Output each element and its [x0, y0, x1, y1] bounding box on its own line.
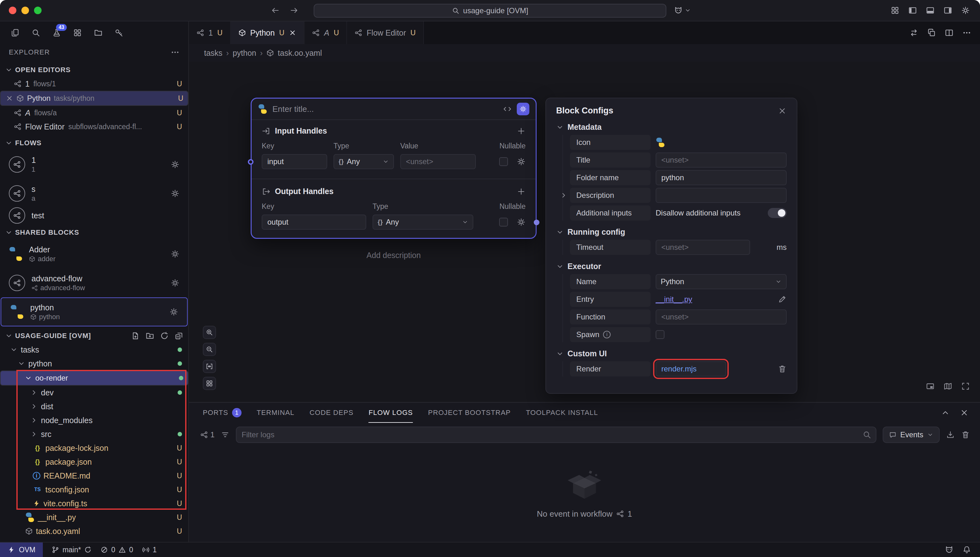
picture-in-picture-icon[interactable] — [926, 382, 934, 391]
more-actions-icon[interactable] — [962, 28, 971, 37]
workspace-header[interactable]: USAGE-GUIDE [OVM] — [0, 329, 189, 343]
add-output-handle-icon[interactable] — [517, 187, 526, 196]
panel-tab-terminal[interactable]: TERMINAL — [257, 402, 294, 423]
collapse-all-icon[interactable] — [174, 331, 183, 340]
description-field[interactable] — [656, 188, 787, 203]
panel-tab-toolpack-install[interactable]: TOOLPACK INSTALL — [526, 402, 598, 423]
python-icon[interactable] — [656, 138, 665, 147]
problems-status[interactable]: 0 0 — [101, 546, 133, 554]
close-window-button[interactable] — [9, 7, 16, 14]
close-icon[interactable] — [6, 94, 13, 102]
flows-header[interactable]: FLOWS — [0, 136, 189, 150]
minimize-window-button[interactable] — [21, 7, 29, 14]
output-type-select[interactable]: {} Any — [372, 215, 473, 230]
maximize-window-button[interactable] — [34, 7, 42, 14]
nullable-checkbox[interactable] — [499, 218, 508, 226]
tab-flow-editor[interactable]: Flow Editor U — [347, 21, 424, 44]
tree-item-oo-render[interactable]: oo-render — [0, 370, 189, 386]
tree-item-dist[interactable]: dist — [0, 399, 189, 413]
block-settings-gear-icon[interactable] — [171, 249, 179, 258]
panel-tab-code-deps[interactable]: CODE DEPS — [310, 402, 353, 423]
flask-icon[interactable]: 43 — [50, 26, 63, 39]
toggle-sidebar-icon[interactable] — [908, 6, 917, 15]
tree-item-readme[interactable]: README.md U — [0, 469, 189, 483]
new-file-icon[interactable] — [131, 331, 140, 340]
compare-icon[interactable] — [910, 28, 918, 37]
zoom-in-icon[interactable] — [203, 326, 216, 339]
export-logs-icon[interactable] — [946, 430, 955, 439]
function-field[interactable] — [656, 309, 787, 324]
close-panel-icon[interactable] — [960, 408, 969, 417]
close-tab-icon[interactable] — [289, 29, 296, 37]
folder-icon[interactable] — [92, 26, 104, 39]
tree-item-tasks[interactable]: tasks — [0, 343, 189, 357]
extensions-icon[interactable] — [71, 26, 84, 39]
bell-icon[interactable] — [962, 546, 971, 554]
new-folder-icon[interactable] — [145, 331, 154, 340]
tree-item-package-json[interactable]: package.json U — [0, 455, 189, 469]
shared-blocks-header[interactable]: SHARED BLOCKS — [0, 226, 189, 239]
tree-item-python[interactable]: python — [0, 357, 189, 370]
trash-icon[interactable] — [778, 365, 787, 373]
spawn-checkbox[interactable] — [656, 330, 665, 339]
cat-icon[interactable] — [945, 546, 954, 554]
breadcrumb-tasks[interactable]: tasks — [204, 49, 222, 58]
clear-logs-icon[interactable] — [961, 430, 970, 439]
section-running-config[interactable]: Running config — [556, 228, 787, 236]
tree-item-init-py[interactable]: __init__.py U — [0, 510, 189, 524]
tab-python[interactable]: Python U — [231, 21, 304, 44]
sync-icon[interactable] — [84, 546, 92, 554]
customize-layout-icon[interactable] — [891, 6, 899, 15]
tree-item-node-modules[interactable]: node_modules — [0, 413, 189, 427]
handle-settings-gear-icon[interactable] — [517, 157, 526, 166]
zoom-out-icon[interactable] — [203, 343, 216, 356]
tab-flow-a[interactable]: A U — [304, 21, 347, 44]
explorer-files-icon[interactable] — [9, 26, 21, 39]
title-field[interactable] — [656, 153, 787, 168]
close-panel-icon[interactable] — [778, 106, 787, 115]
flow-item-1[interactable]: 1 1 — [0, 150, 189, 179]
search-icon[interactable] — [29, 26, 42, 39]
panel-tab-ports[interactable]: PORTS 1 — [203, 402, 242, 423]
folder-name-field[interactable] — [656, 170, 787, 185]
input-port-dot[interactable] — [248, 159, 254, 165]
edit-pencil-icon[interactable] — [778, 295, 787, 304]
output-key-field[interactable] — [262, 215, 366, 230]
entry-file-link[interactable]: __init__.py — [656, 295, 692, 304]
open-editor-flow-a[interactable]: A flows/a U — [0, 106, 189, 120]
tree-item-package-lock-json[interactable]: package-lock.json U — [0, 441, 189, 455]
timeout-field[interactable] — [656, 240, 750, 255]
filter-logs-input[interactable] — [236, 427, 876, 443]
back-icon[interactable] — [271, 6, 280, 15]
input-type-select[interactable]: {} Any — [333, 154, 394, 169]
tree-item-vite-config[interactable]: vite.config.ts U — [0, 497, 189, 510]
render-field[interactable] — [656, 362, 726, 376]
flow-settings-gear-icon[interactable] — [171, 160, 179, 169]
toggle-secondary-sidebar-icon[interactable] — [943, 6, 952, 15]
breadcrumb-file[interactable]: task.oo.yaml — [278, 49, 322, 58]
open-editors-header[interactable]: OPEN EDITORS — [0, 63, 189, 77]
block-settings-gear-icon[interactable] — [171, 278, 179, 287]
flow-settings-gear-icon[interactable] — [171, 189, 179, 198]
input-value-field[interactable] — [400, 154, 476, 169]
output-port-dot[interactable] — [534, 220, 540, 225]
open-editor-flow-editor[interactable]: Flow Editor subflows/advanced-fl... U — [0, 120, 189, 134]
add-input-handle-icon[interactable] — [517, 127, 526, 135]
command-center-search[interactable]: usage-guide [OVM] — [314, 4, 666, 18]
pets-menu[interactable] — [674, 6, 691, 15]
block-settings-gear-icon[interactable] — [169, 308, 178, 316]
remote-indicator[interactable]: OVM — [0, 542, 43, 557]
disallow-additional-inputs-toggle[interactable] — [768, 208, 787, 218]
flow-canvas[interactable]: Enter title... Input Handles Key Type — [189, 62, 980, 402]
key-icon[interactable] — [113, 26, 125, 39]
breadcrumb-python[interactable]: python — [233, 49, 256, 58]
git-branch-status[interactable]: main* — [52, 546, 92, 554]
tree-item-src[interactable]: src — [0, 427, 189, 441]
events-filter-select[interactable]: Events — [883, 427, 940, 443]
block-node-card[interactable]: Enter title... Input Handles Key Type — [251, 98, 536, 239]
flow-item-s[interactable]: s a — [0, 179, 189, 208]
shared-block-advanced-flow[interactable]: advanced-flow advanced-flow — [0, 269, 189, 297]
handle-settings-gear-icon[interactable] — [517, 218, 526, 226]
ports-status[interactable]: 1 — [142, 546, 157, 554]
panel-tab-project-bootstrap[interactable]: PROJECT BOOTSTRAP — [428, 402, 511, 423]
